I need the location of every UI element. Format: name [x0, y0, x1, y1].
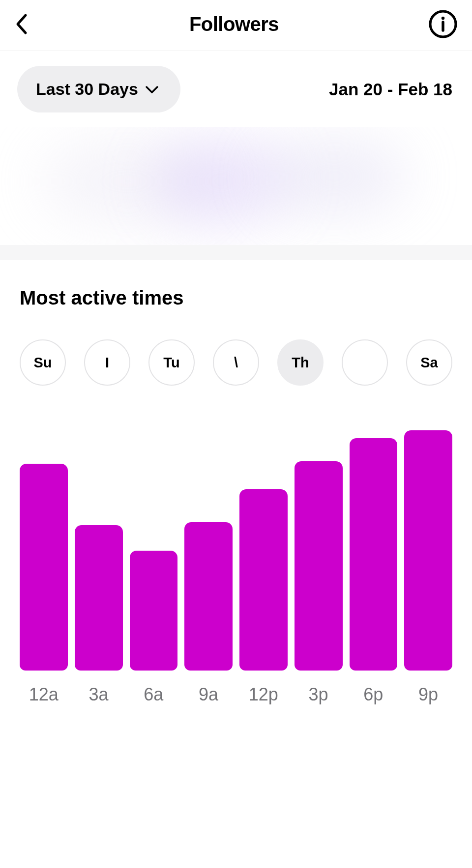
day-chip-3[interactable]: \ [213, 339, 259, 386]
chevron-down-icon [145, 85, 159, 94]
day-chip-2[interactable]: Tu [148, 339, 195, 386]
xtick: 6a [130, 684, 178, 705]
bar-3p[interactable] [295, 461, 343, 671]
day-chip-0[interactable]: Su [20, 339, 66, 386]
day-selector-row: SuITu\ThSa [20, 339, 452, 386]
period-label: Last 30 Days [36, 80, 138, 99]
day-chip-1[interactable]: I [84, 339, 130, 386]
day-chip-5[interactable] [342, 339, 388, 386]
bar-9p[interactable] [404, 430, 452, 671]
page-title: Followers [189, 13, 279, 35]
bar-12a[interactable] [20, 464, 68, 671]
chart-xaxis: 12a3a6a9a12p3p6p9p [20, 671, 452, 705]
back-button[interactable] [15, 12, 39, 36]
xtick: 12a [20, 684, 68, 705]
section-divider [0, 245, 472, 260]
app-header: Followers [0, 0, 472, 51]
period-selector[interactable]: Last 30 Days [17, 66, 180, 112]
xtick: 12p [239, 684, 288, 705]
svg-point-1 [442, 17, 444, 20]
section-title: Most active times [20, 287, 452, 309]
blurred-content [0, 127, 472, 245]
chart-bars [20, 415, 452, 671]
day-chip-6[interactable]: Sa [406, 339, 452, 386]
xtick: 3a [75, 684, 123, 705]
day-chip-4[interactable]: Th [277, 339, 324, 386]
bar-6a[interactable] [130, 551, 178, 671]
bar-12p[interactable] [239, 489, 288, 671]
xtick: 3p [295, 684, 343, 705]
xtick: 6p [350, 684, 398, 705]
bar-9a[interactable] [184, 522, 233, 671]
active-times-chart: 12a3a6a9a12p3p6p9p [0, 400, 472, 715]
xtick: 9p [404, 684, 452, 705]
info-icon [429, 10, 457, 38]
active-times-section: Most active times SuITu\ThSa [0, 260, 472, 400]
bar-3a[interactable] [75, 525, 123, 671]
xtick: 9a [184, 684, 233, 705]
filter-row: Last 30 Days Jan 20 - Feb 18 [0, 51, 472, 127]
date-range: Jan 20 - Feb 18 [329, 80, 452, 99]
chevron-left-icon [15, 13, 29, 35]
bar-6p[interactable] [350, 438, 398, 671]
info-button[interactable] [429, 10, 457, 38]
